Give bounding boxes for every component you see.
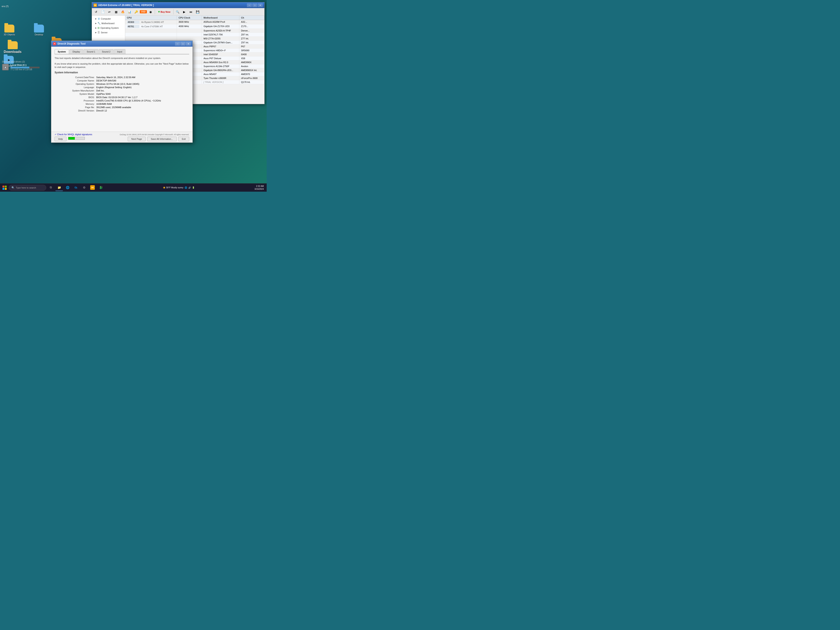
- dx-save-all-btn[interactable]: Save All Information...: [147, 137, 177, 141]
- taskbar-item-aida64[interactable]: 64: [89, 185, 96, 191]
- tab-system[interactable]: System: [55, 49, 69, 54]
- start-button[interactable]: [1, 185, 8, 191]
- tab-input[interactable]: Input: [114, 49, 125, 54]
- table-row[interactable]: 48781 4x Core i7-6700K HT 4000 MHz Gigab…: [125, 24, 264, 29]
- score-box: 48781: [127, 25, 139, 28]
- taskbar-item-store[interactable]: 🛍: [72, 185, 80, 191]
- weather-text: 58°F Mostly sunny: [166, 186, 183, 189]
- tb-key-btn[interactable]: 🔑: [133, 9, 139, 15]
- local-disk-item[interactable]: 💾 Local Disk (C:) 77.2 GB free of 118 GB: [2, 64, 39, 71]
- tree-item-server[interactable]: ▶ 🗄 Server: [92, 30, 125, 35]
- tree-icon-os: ⊞: [98, 27, 99, 29]
- windows-logo-icon: [3, 186, 7, 190]
- taskbar-item-settings[interactable]: ⚙: [81, 185, 88, 191]
- whql-label: ✓ Check for WHQL digital signatures: [55, 133, 92, 136]
- cell-cpu-score: 49369 4x Ryzen 5 2400G HT: [125, 20, 177, 24]
- tb-circle-btn[interactable]: ◉: [148, 9, 153, 15]
- devices-title: Devices and drives (2): [2, 60, 39, 63]
- cell-ch: AMD890GX Int.: [239, 68, 264, 72]
- desktop: ers (7) 3D Objects Desktop Downloads Mus…: [0, 0, 267, 192]
- tb-refresh-btn[interactable]: ↺: [93, 9, 99, 15]
- sidebar-section-title: ers (7): [0, 4, 42, 8]
- store-icon: 🛍: [74, 186, 77, 189]
- tab-display[interactable]: Display: [69, 49, 83, 54]
- cell-ch: A32...: [239, 20, 264, 24]
- system-tray: ☀️ 58°F Mostly sunny 🌐 🔊 🔋: [163, 186, 194, 189]
- dx-exit-btn[interactable]: Exit: [178, 137, 189, 141]
- tree-icon-mb: 🔧: [98, 22, 101, 25]
- aida64-close-btn[interactable]: ✕: [258, 3, 263, 7]
- disk-space: 77.2 GB free of 118 GB: [10, 68, 39, 71]
- tb-report-btn[interactable]: 📄: [100, 9, 106, 15]
- aida64-title-icon: 64: [93, 3, 97, 7]
- tb-stress-btn[interactable]: 🔥: [120, 9, 126, 15]
- tb-save-btn[interactable]: 💾: [195, 9, 201, 15]
- directx-maximize-btn[interactable]: □: [180, 42, 185, 46]
- tb-sensor-btn[interactable]: 📊: [126, 9, 132, 15]
- tab-sound1[interactable]: Sound 1: [84, 49, 98, 54]
- table-row[interactable]: 49369 4x Ryzen 5 2400G HT 3600 MHz ASRoc…: [125, 20, 264, 24]
- tree-item-motherboard[interactable]: ▶ 🔧 Motherboard: [92, 21, 125, 25]
- aida64-minimize-btn[interactable]: ─: [247, 3, 252, 7]
- tb-compare-btn[interactable]: ⇌: [106, 9, 112, 15]
- cell-ch: Z170...: [239, 24, 264, 28]
- directx-tabs: System Display Sound 1 Sound 2 Input: [55, 49, 189, 54]
- tb-buy-now[interactable]: ★ Buy Now: [156, 10, 172, 14]
- dx-next-page-btn[interactable]: Next Page: [128, 137, 145, 141]
- taskbar-clock[interactable]: 2:32 AM 3/16/2024: [253, 185, 265, 191]
- search-placeholder: Type here to search: [16, 186, 36, 189]
- directx-minimize-btn[interactable]: ─: [175, 42, 180, 46]
- file-explorer-sidebar: ers (7) 3D Objects Desktop Downloads Mus…: [0, 4, 42, 8]
- cell-ch: Q170 Int.: [239, 80, 264, 84]
- directx-content: System Display Sound 1 Sound 2 Input Thi…: [51, 47, 193, 132]
- dx-help-btn[interactable]: Help: [55, 137, 66, 141]
- cell-clock: 4000 MHz: [177, 24, 202, 28]
- sysinfo-value: Intel(R) Core(TM) i5-6500 CPU @ 3.20GHz …: [96, 99, 161, 102]
- tree-item-os[interactable]: ▶ ⊞ Operating System: [92, 25, 125, 30]
- aida64-maximize-btn[interactable]: □: [252, 3, 257, 7]
- taskbar-item-extra[interactable]: 🐉: [97, 185, 104, 191]
- devices-section: Devices and drives (2) 💾 Local Disk (C:)…: [2, 60, 39, 71]
- sysinfo-label: System Model:: [55, 93, 96, 95]
- tb-osd-btn[interactable]: OSD: [140, 10, 147, 13]
- sysinfo-row: System Model: OptiPlex 5040: [55, 92, 189, 96]
- col-header-clock: CPU Clock: [177, 16, 202, 20]
- taskbar-search[interactable]: 🔍 Type here to search: [9, 185, 46, 191]
- storage-bar: [10, 67, 39, 68]
- desktop-icon-downloads[interactable]: Downloads: [2, 39, 23, 55]
- directx-close-btn[interactable]: ✕: [186, 42, 191, 46]
- footer-buttons: Next Page Save All Information... Exit: [128, 137, 189, 141]
- aida64-taskbar-icon: 64: [90, 185, 95, 190]
- tree-item-computer[interactable]: ▶ 🖥 Computer: [92, 16, 125, 21]
- directx-win-controls: ─ □ ✕: [175, 42, 191, 46]
- desktop-icon-desktop[interactable]: Desktop: [32, 23, 46, 38]
- desktop-icon-3d-objects[interactable]: 3D Objects: [2, 23, 17, 38]
- tb-nav-btn[interactable]: ⏭: [188, 9, 194, 15]
- col-header-mb: Motherboard: [202, 16, 239, 20]
- tree-label-computer: Computer: [101, 17, 111, 20]
- tb-bench-btn[interactable]: ▦: [113, 9, 119, 15]
- cpu-desc: 4x Core i7-6700K HT: [141, 25, 163, 28]
- taskbar-item-edge[interactable]: 🌐: [64, 185, 71, 191]
- cell-mb: Asus M5A99X Evo R2.0: [202, 60, 239, 64]
- sysinfo-value: DirectX 12: [96, 109, 107, 112]
- progress-bar: [68, 137, 85, 140]
- table-row[interactable]: MSI Z77A-GD55 Z77 Int.: [125, 37, 264, 41]
- sysinfo-value: 3912MB used, 15296MB available: [96, 106, 131, 109]
- taskbar-item-task-view[interactable]: ⧉: [47, 185, 55, 191]
- tb-play-btn[interactable]: ▶: [182, 9, 187, 15]
- sysinfo-label: Operating System:: [55, 83, 96, 85]
- tb-find-btn[interactable]: 🔍: [175, 9, 181, 15]
- whql-checkbox[interactable]: ✓ Check for WHQL digital signatures: [55, 133, 92, 136]
- taskbar: 🔍 Type here to search ⧉ 📁 🌐 🛍 ⚙ 64 🐉 ☀️: [0, 183, 267, 192]
- table-row[interactable]: Intel DZ87KLT-75K Z87 Int.: [125, 33, 264, 37]
- tab-sound2[interactable]: Sound 2: [99, 49, 114, 54]
- taskbar-item-file-explorer[interactable]: 📁: [55, 185, 63, 191]
- table-row[interactable]: Supermicro A2SDi-H-TP4F Denve...: [125, 29, 264, 33]
- cell-ch: AMD990X: [239, 60, 264, 64]
- cell-ch: P67: [239, 44, 264, 48]
- cell-clock: 3600 MHz: [177, 20, 202, 24]
- cell-mb: Gigabyte GA-Z170X-UD3: [202, 24, 239, 28]
- sysinfo-label: Language:: [55, 86, 96, 88]
- dx-section-label: System Information: [55, 71, 189, 74]
